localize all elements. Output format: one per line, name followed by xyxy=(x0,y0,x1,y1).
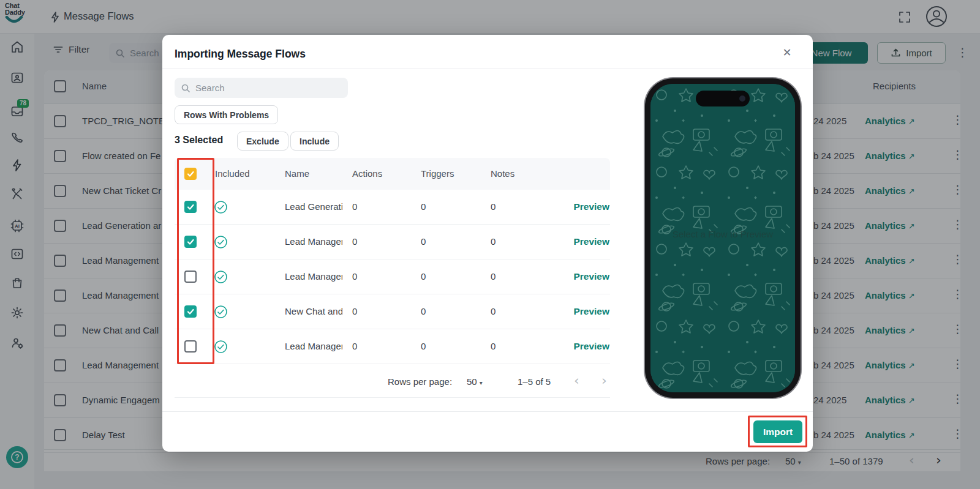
preview-link[interactable]: Preview xyxy=(554,271,609,282)
actions-count: 0 xyxy=(352,271,357,282)
check-icon xyxy=(186,170,195,178)
import-table-row: Lead Manager 0 0 0 Preview xyxy=(175,225,610,259)
column-header-included: Included xyxy=(215,168,250,179)
prev-page-button[interactable]: ‹ xyxy=(574,375,579,387)
included-status-icon xyxy=(214,270,228,284)
check-icon xyxy=(186,237,195,246)
notes-count: 0 xyxy=(491,201,496,212)
close-icon[interactable]: ✕ xyxy=(778,43,796,62)
import-table-row: Lead Manager 0 0 0 Preview xyxy=(175,259,610,294)
search-icon xyxy=(181,83,190,93)
rows-with-problems-chip[interactable]: Rows With Problems xyxy=(175,105,278,124)
include-button[interactable]: Include xyxy=(290,132,339,151)
flow-name: New Chat and xyxy=(285,306,342,316)
preview-link[interactable]: Preview xyxy=(554,236,609,247)
importing-message-flows-modal: Importing Message Flows ✕ Search Rows Wi… xyxy=(162,35,813,452)
phone-screen: Select a Flow to Preview xyxy=(650,84,795,392)
check-icon xyxy=(186,203,195,211)
triggers-count: 0 xyxy=(421,236,426,247)
dynamic-island xyxy=(696,91,750,106)
check-icon xyxy=(186,307,195,316)
pagination-range: 1–5 of 5 xyxy=(518,376,551,387)
next-page-button[interactable]: › xyxy=(601,375,607,387)
row-checkbox[interactable] xyxy=(184,271,197,283)
column-header-name: Name xyxy=(285,168,309,179)
included-status-icon xyxy=(214,235,228,249)
actions-count: 0 xyxy=(352,236,357,247)
modal-table-pagination: Rows per page: 50 ▾ 1–5 of 5 ‹ › xyxy=(175,364,610,398)
dropdown-arrow-icon: ▾ xyxy=(480,379,483,386)
modal-title: Importing Message Flows xyxy=(175,48,306,61)
column-header-notes: Notes xyxy=(491,168,514,179)
exclude-button[interactable]: Exclude xyxy=(237,132,288,151)
select-all-checkbox-indeterminate[interactable] xyxy=(184,168,197,180)
included-status-icon xyxy=(214,305,228,319)
notes-count: 0 xyxy=(491,236,496,247)
column-header-actions: Actions xyxy=(352,168,382,179)
rows-per-page-label: Rows per page: xyxy=(388,376,452,387)
column-header-triggers: Triggers xyxy=(421,168,454,179)
import-flows-table: Included Name Actions Triggers Notes Lea… xyxy=(175,158,610,190)
preview-link[interactable]: Preview xyxy=(554,306,609,317)
import-table-row: Lead Manager 0 0 0 Preview xyxy=(175,329,610,364)
phone-preview-mockup: Select a Flow to Preview xyxy=(645,78,801,398)
notes-count: 0 xyxy=(491,341,496,351)
included-status-icon xyxy=(214,200,228,214)
flow-name: Lead Manager xyxy=(285,341,342,351)
included-status-icon xyxy=(214,340,228,354)
import-table-row: Lead Generati 0 0 0 Preview xyxy=(175,190,610,225)
modal-footer-divider xyxy=(162,411,813,412)
notes-count: 0 xyxy=(491,271,496,282)
import-table-header: Included Name Actions Triggers Notes xyxy=(175,158,610,190)
row-checkbox[interactable] xyxy=(184,305,197,318)
modal-header-divider xyxy=(162,69,813,69)
flow-name: Lead Generati xyxy=(285,201,342,212)
actions-count: 0 xyxy=(352,341,357,351)
rows-per-page-value: 50 xyxy=(467,376,477,387)
phone-camera-dot xyxy=(739,95,745,102)
row-checkbox[interactable] xyxy=(184,340,197,353)
phone-preview-hint: Select a Flow to Preview xyxy=(650,229,795,239)
selected-count: 3 Selected xyxy=(175,135,223,146)
preview-link[interactable]: Preview xyxy=(554,341,609,352)
triggers-count: 0 xyxy=(421,341,426,351)
modal-search-input[interactable]: Search xyxy=(175,78,348,98)
import-table-row: New Chat and 0 0 0 Preview xyxy=(175,294,610,329)
row-checkbox[interactable] xyxy=(184,236,197,248)
modal-import-button[interactable]: Import xyxy=(753,420,802,443)
notes-count: 0 xyxy=(491,306,496,316)
flow-name: Lead Manager xyxy=(285,271,342,282)
actions-count: 0 xyxy=(352,306,357,316)
modal-search-placeholder: Search xyxy=(195,83,225,93)
triggers-count: 0 xyxy=(421,201,426,212)
flow-name: Lead Manager xyxy=(285,236,342,247)
triggers-count: 0 xyxy=(421,306,426,316)
preview-link[interactable]: Preview xyxy=(554,201,609,212)
triggers-count: 0 xyxy=(421,271,426,282)
row-checkbox[interactable] xyxy=(184,201,197,213)
actions-count: 0 xyxy=(352,201,357,212)
rows-per-page-select[interactable]: 50 ▾ xyxy=(467,376,483,387)
